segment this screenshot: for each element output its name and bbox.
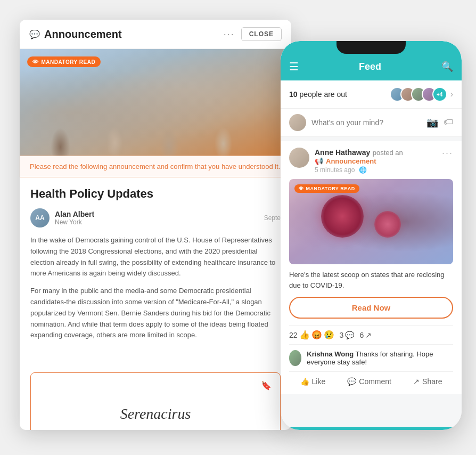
comment-text: Krishna Wong Thanks for sharing. Hope ev… xyxy=(307,350,453,366)
phone-bottom-bar xyxy=(281,427,462,430)
what-input-row: 📷 🏷 xyxy=(281,109,462,137)
card-author-details: Anne Hathaway posted an 📢 Announcement xyxy=(315,148,403,174)
feed-title: Feed xyxy=(359,61,381,72)
alert-bar: Please read the following announcement a… xyxy=(20,156,291,177)
desktop-modal: 💬 Announcement ··· CLOSE 👁 MANDATORY REA… xyxy=(20,20,291,430)
card-image: 👁 MANDATORY READ xyxy=(289,179,453,264)
people-out-text: 10 people are out xyxy=(289,90,347,99)
author-details: Alan Albert New York xyxy=(55,210,94,226)
announcement-icon: 💬 xyxy=(29,29,40,39)
author-row: AA Alan Albert New York Septe xyxy=(30,208,281,228)
input-icons: 📷 🏷 xyxy=(426,117,453,128)
comment-bubble-icon: 💬 xyxy=(345,331,354,339)
comment-action-button[interactable]: 💬 Comment xyxy=(347,377,391,386)
reaction-thumbs-up: 22 👍 😡 😢 xyxy=(289,330,334,340)
search-icon[interactable]: 🔍 xyxy=(441,61,453,72)
sig-top: 🔖 xyxy=(39,380,272,391)
mobile-phone: ☰ Feed 🔍 10 people are out xyxy=(281,41,462,430)
card-mandatory-badge: 👁 MANDATORY READ xyxy=(294,184,359,193)
share-icon: ↗ xyxy=(365,331,372,339)
mandatory-read-badge: 👁 MANDATORY READ xyxy=(27,56,101,67)
avatar-stack-row: +4 › xyxy=(390,87,453,102)
sig-name-display: Serenacirus xyxy=(39,395,272,430)
user-avatar xyxy=(289,114,306,131)
card-author-name: Anne Hathaway xyxy=(315,148,370,157)
body-paragraph-1: In the wake of Democrats gaining control… xyxy=(30,235,281,279)
card-header: Anne Hathaway posted an 📢 Announcement xyxy=(289,148,453,174)
author-avatar: AA xyxy=(30,208,50,228)
author-info: AA Alan Albert New York xyxy=(30,208,94,228)
hamburger-icon[interactable]: ☰ xyxy=(289,60,299,73)
author-location: New York xyxy=(55,218,94,226)
modal-header-left: 💬 Announcement xyxy=(29,28,122,40)
card-author-name-row: Anne Hathaway posted an xyxy=(315,148,403,157)
like-icon: 👍 xyxy=(300,377,309,386)
phone-notch xyxy=(337,41,406,54)
body-paragraph-2: For many in the public and the media-and… xyxy=(30,286,281,341)
read-now-button[interactable]: Read Now xyxy=(289,297,453,319)
phone-body: 10 people are out +4 › xyxy=(281,80,462,427)
card-eye-icon: 👁 xyxy=(299,186,304,191)
reaction-comments: 3 💬 xyxy=(340,331,355,339)
card-time-row: 5 minutes ago 🌐 xyxy=(315,166,403,174)
feed-card: Anne Hathaway posted an 📢 Announcement xyxy=(281,141,462,394)
signature-section: 🔖 Serenacirus Serena Cirus 1/30/2020 Sig… xyxy=(30,372,281,430)
hero-image: 👁 MANDATORY READ xyxy=(20,49,291,156)
article-body: In the wake of Democrats gaining control… xyxy=(30,235,281,341)
card-posted-label: posted an xyxy=(373,149,403,157)
globe-icon: 🌐 xyxy=(359,166,367,174)
commenter-name: Krishna Wong xyxy=(307,350,354,358)
card-reactions: 22 👍 😡 😢 3 💬 6 ↗ xyxy=(289,325,453,345)
share-action-icon: ↗ xyxy=(413,377,420,386)
article-date: Septe xyxy=(264,214,281,222)
chevron-right-icon[interactable]: › xyxy=(450,90,453,99)
share-action-button[interactable]: ↗ Share xyxy=(413,377,442,386)
people-out-bar: 10 people are out +4 › xyxy=(281,80,462,109)
scene: 💬 Announcement ··· CLOSE 👁 MANDATORY REA… xyxy=(9,9,467,446)
like-button[interactable]: 👍 Like xyxy=(300,377,326,386)
card-description: Here's the latest scoop on states that a… xyxy=(289,270,453,290)
avatar-stack: +4 xyxy=(390,87,447,102)
modal-header-right: ··· CLOSE xyxy=(224,27,282,41)
more-options-button[interactable]: ··· xyxy=(224,29,235,40)
announcement-megaphone-icon: 📢 xyxy=(315,157,323,165)
reaction-shares: 6 ↗ xyxy=(359,331,372,339)
eye-icon: 👁 xyxy=(32,59,39,65)
post-input[interactable] xyxy=(311,118,421,127)
commenter-avatar xyxy=(289,350,301,366)
comment-icon: 💬 xyxy=(347,377,356,386)
comment-card: Krishna Wong Thanks for sharing. Hope ev… xyxy=(289,345,453,368)
sad-emoji: 😢 xyxy=(324,330,334,340)
tag-icon[interactable]: 🏷 xyxy=(444,117,453,128)
modal-header: 💬 Announcement ··· CLOSE xyxy=(20,20,291,49)
phone-inner: ☰ Feed 🔍 10 people are out xyxy=(281,41,462,430)
modal-title: Announcement xyxy=(44,28,122,40)
card-more-options[interactable]: ··· xyxy=(442,148,453,159)
avatar-more: +4 xyxy=(432,87,447,102)
author-name: Alan Albert xyxy=(55,210,94,218)
bookmark-icon: 🔖 xyxy=(261,380,272,391)
camera-icon[interactable]: 📷 xyxy=(426,117,438,128)
card-avatar xyxy=(289,148,309,168)
modal-content: Health Policy Updates AA Alan Albert New… xyxy=(20,177,291,364)
card-actions: 👍 Like 💬 Comment ↗ Share xyxy=(289,371,453,388)
card-author-row: Anne Hathaway posted an 📢 Announcement xyxy=(289,148,403,174)
article-title: Health Policy Updates xyxy=(30,187,281,201)
close-button[interactable]: CLOSE xyxy=(241,27,282,41)
thumbs-up-emoji: 👍 xyxy=(299,330,310,340)
card-announcement-tag: 📢 Announcement xyxy=(315,157,403,165)
angry-emoji: 😡 xyxy=(311,330,322,340)
